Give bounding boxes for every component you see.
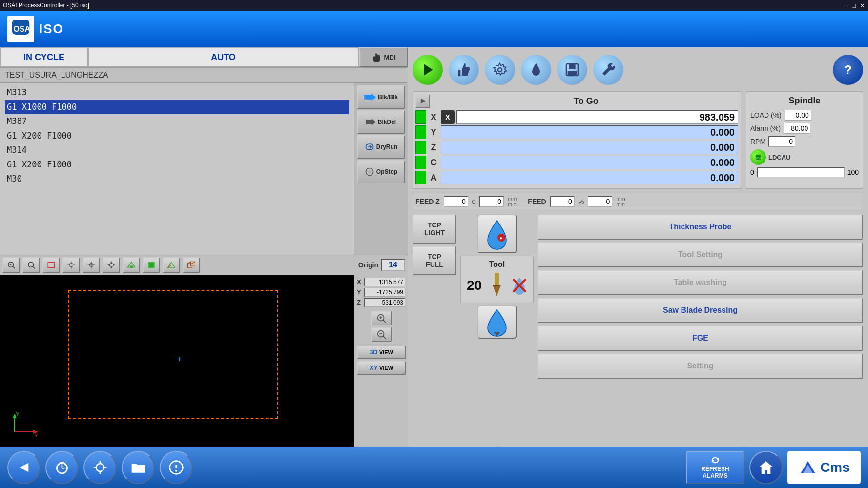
tool-inner: 20 <box>465 272 530 299</box>
axis-status-x <box>415 110 426 124</box>
view-perspective-btn[interactable] <box>183 257 200 273</box>
origin-value[interactable]: 14 <box>381 259 405 271</box>
action-btn-setting[interactable]: Setting <box>537 353 863 379</box>
axis-row-c: C0.000 <box>415 156 738 169</box>
tcp-full-btn[interactable]: TCP FULL <box>413 246 456 275</box>
timer-button[interactable] <box>45 451 79 484</box>
action-btn-thickness-probe[interactable]: Thickness Probe <box>537 214 863 240</box>
play-button[interactable] <box>413 55 443 85</box>
zoom-out-icon: - <box>27 261 36 269</box>
close-btn[interactable]: ✕ <box>860 2 865 9</box>
xy-view-btn[interactable]: XY VIEW <box>357 361 406 375</box>
action-btn-tool-setting[interactable]: Tool Setting <box>537 242 863 267</box>
svg-line-49 <box>383 336 386 339</box>
back-icon <box>17 461 31 474</box>
window-controls[interactable]: — □ ✕ <box>842 2 865 9</box>
maximize-btn[interactable]: □ <box>852 2 856 9</box>
svg-rect-9 <box>48 263 55 268</box>
code-line[interactable]: M313 <box>5 85 349 100</box>
axis-status-y <box>415 125 426 139</box>
mdi-button[interactable]: MDI <box>359 47 408 67</box>
axis-row-y: Y0.000 <box>415 125 738 139</box>
code-line[interactable]: M387 <box>5 114 349 129</box>
svg-rect-71 <box>60 462 64 463</box>
code-line[interactable]: G1 X200 F1000 <box>5 158 349 172</box>
numeric-area: To Go XX983.059Y0.000Z0.000C0.000A0.000 … <box>413 91 863 189</box>
view-z-btn[interactable] <box>123 257 140 273</box>
center-x-icon <box>87 261 96 269</box>
dry-run-button[interactable]: DryRun <box>357 135 405 159</box>
refresh-alarms-label: REFRESH ALARMS <box>701 466 729 479</box>
rpm-bar-container <box>757 167 845 177</box>
home-button[interactable] <box>749 451 783 484</box>
zoom-out-btn-canvas[interactable] <box>371 327 392 342</box>
thumbs-up-button[interactable] <box>449 55 479 85</box>
3d-view-btn[interactable]: 3D VIEW <box>357 346 406 359</box>
op-stop-button[interactable]: OpStop <box>357 160 405 183</box>
spindle-section: Spindle LOAD (%) Alarm (%) RPM <box>746 91 863 189</box>
rect-draw-btn[interactable] <box>42 257 60 273</box>
help-button[interactable]: ? <box>833 55 863 85</box>
action-buttons: Thickness ProbeTool SettingTable washing… <box>537 214 863 379</box>
alert-button[interactable] <box>160 451 193 484</box>
view-buttons: 3D VIEW XY VIEW <box>357 346 405 375</box>
canvas-row: + Y X X 1315.577 Y <box>0 275 408 447</box>
code-line[interactable]: M30 <box>5 172 349 186</box>
wrench-button[interactable] <box>593 55 623 85</box>
minimize-btn[interactable]: — <box>842 2 848 9</box>
zoom-out-canvas-icon <box>376 329 387 340</box>
feed-val-input[interactable] <box>588 196 612 207</box>
right-panel: ? To Go XX983.059Y0.000Z0.000C0.000A0.00… <box>408 47 868 447</box>
move-btn[interactable] <box>103 257 120 273</box>
crosshair-btn[interactable] <box>62 257 80 273</box>
crosshair-icon <box>67 261 76 269</box>
wrench-icon <box>600 62 616 78</box>
code-line[interactable]: G1 X1000 F1000 <box>5 100 349 115</box>
settings-button[interactable] <box>485 55 515 85</box>
coolant-button[interactable] <box>521 55 551 85</box>
svg-point-18 <box>109 263 113 267</box>
origin-label: Origin <box>358 261 378 269</box>
code-line[interactable]: G1 X200 F1000 <box>5 129 349 143</box>
view-angle-btn[interactable] <box>163 257 180 273</box>
back-button[interactable] <box>7 451 41 484</box>
feed-z-val-input[interactable] <box>479 196 504 207</box>
crosshair-large-button[interactable] <box>83 451 117 484</box>
feed-z-pct-input[interactable] <box>444 196 468 207</box>
zoom-in-btn[interactable] <box>371 311 392 325</box>
refresh-alarms-button[interactable]: REFRESH ALARMS <box>686 451 744 484</box>
to-go-play-btn[interactable] <box>415 94 430 108</box>
action-btn-fge[interactable]: FGE <box>537 325 863 351</box>
rpm-bar-row: 0 100 <box>750 167 859 177</box>
tcp-light-btn[interactable]: TCP LIGHT <box>413 214 456 244</box>
icon-row: ? <box>413 52 863 87</box>
center-x-btn[interactable] <box>83 257 100 273</box>
view-top-btn[interactable] <box>143 257 160 273</box>
status-mode: AUTO <box>88 47 359 67</box>
tool-section: Tool 20 <box>460 256 534 303</box>
water-drop-btn-2[interactable] <box>477 305 517 339</box>
spindle-load-value[interactable] <box>785 110 811 121</box>
water-drop-btn-1[interactable]: ● <box>477 214 517 253</box>
folder-button[interactable] <box>122 451 155 484</box>
save-button[interactable] <box>557 55 587 85</box>
taskbar: REFRESH ALARMS Cms <box>0 447 868 488</box>
settings-icon <box>492 62 508 78</box>
spindle-alarm-value[interactable] <box>784 123 810 134</box>
blk-del-button[interactable]: BlkDel <box>357 110 405 134</box>
tcp-col: TCP LIGHT TCP FULL <box>413 214 456 379</box>
zoom-out-btn[interactable]: - <box>22 257 40 273</box>
action-btn-saw-blade-dressing[interactable]: Saw Blade Dressing <box>537 298 863 323</box>
svg-marker-67 <box>20 463 29 472</box>
spindle-rpm-value[interactable] <box>768 136 795 147</box>
water-drop-icon-1: ● <box>484 218 511 250</box>
code-line[interactable]: M314 <box>5 143 349 158</box>
cms-brand-icon <box>798 459 818 476</box>
svg-text:OSAI: OSAI <box>13 24 32 33</box>
action-btn-table-washing[interactable]: Table washing <box>537 270 863 295</box>
header-title: ISO <box>39 21 64 37</box>
blk-blk-button[interactable]: Blk/Blk <box>357 85 405 109</box>
thumbs-up-icon <box>456 62 472 78</box>
zoom-fit-btn[interactable]: + <box>2 257 20 273</box>
feed-pct-input[interactable] <box>550 196 575 207</box>
